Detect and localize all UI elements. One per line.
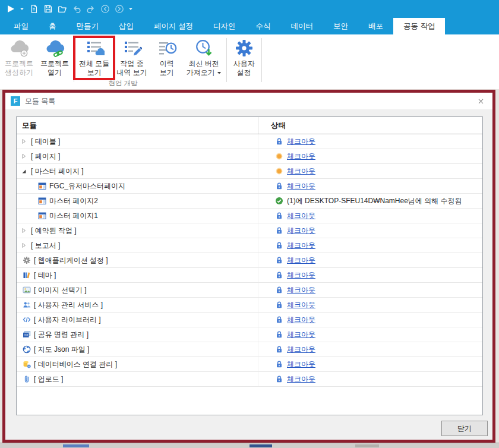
modified-dot-icon — [275, 152, 283, 160]
dialog-titlebar: F 모듈 목록 — [5, 93, 492, 109]
module-label: FGC_유저마스터페이지 — [49, 181, 125, 191]
undo-icon — [72, 4, 81, 14]
table-row-shared-command-management[interactable]: [ 공유 명령 관리 ]체크아웃 — [17, 327, 482, 342]
checkout-link[interactable]: 체크아웃 — [287, 270, 315, 280]
list-edit-icon — [122, 38, 142, 58]
module-list-dialog: F 모듈 목록 모듈 상태 [ 테이블 ]체크아웃[ 페이지 ]체크아웃[ 마스… — [2, 90, 495, 443]
background-fragment — [355, 444, 379, 447]
checkout-link[interactable]: 체크아웃 — [287, 300, 315, 310]
undo-button[interactable] — [70, 2, 83, 15]
view-history-button[interactable]: 이력보기 — [151, 36, 183, 77]
module-label: 마스터 페이지1 — [49, 211, 98, 221]
dialog-close-button[interactable] — [474, 94, 487, 108]
run-button[interactable] — [4, 2, 17, 15]
code-icon — [23, 316, 31, 324]
tree-expand-toggle[interactable] — [20, 152, 28, 160]
lock-icon — [275, 330, 283, 339]
button-label-text: 설정 — [237, 68, 251, 77]
column-header-module[interactable]: 모듈 — [17, 117, 258, 134]
users-icon — [23, 301, 31, 309]
tab-page-setup[interactable]: 페이지 설정 — [144, 18, 203, 34]
table-row-user-management-service[interactable]: [ 사용자 관리 서비스 ]체크아웃 — [17, 298, 482, 313]
table-row-user-library[interactable]: [ 사용자 라이브러리 ]체크아웃 — [17, 313, 482, 327]
button-label: 가져오기 — [187, 68, 222, 77]
tree-expand-toggle[interactable] — [20, 241, 28, 250]
tab-file[interactable]: 파일 — [4, 18, 39, 34]
navigate-back-button[interactable] — [99, 2, 111, 15]
books-icon — [23, 271, 31, 279]
checkout-link[interactable]: 체크아웃 — [287, 359, 315, 370]
paperclip-icon — [23, 375, 31, 383]
table-row-database-connection-management[interactable]: [ 데이터베이스 연결 관리 ]체크아웃 — [17, 357, 482, 372]
lock-icon — [275, 137, 283, 146]
tab-create[interactable]: 만들기 — [67, 18, 109, 34]
lock-icon — [275, 271, 283, 279]
checkout-link[interactable]: 체크아웃 — [287, 315, 315, 325]
checkout-link[interactable]: 체크아웃 — [287, 241, 315, 251]
module-table-body: [ 테이블 ]체크아웃[ 페이지 ]체크아웃[ 마스터 페이지 ]체크아웃FGC… — [17, 134, 482, 387]
table-header: 모듈 상태 — [17, 117, 482, 134]
checkout-link[interactable]: 체크아웃 — [287, 374, 315, 384]
table-row-image-picker[interactable]: [ 이미지 선택기 ]체크아웃 — [17, 283, 482, 298]
checkout-link[interactable]: 체크아웃 — [287, 166, 315, 176]
checkout-link[interactable]: 체크아웃 — [287, 345, 315, 355]
tree-expand-toggle[interactable] — [20, 137, 28, 146]
button-label: 프로젝트 — [40, 59, 69, 68]
checkout-link[interactable]: 체크아웃 — [287, 211, 315, 221]
ribbon-tab-strip: 파일홈만들기삽입페이지 설정디자인수식데이터보안배포공동 작업 — [0, 18, 499, 34]
table-row-theme[interactable]: [ 테마 ]체크아웃 — [17, 268, 482, 283]
table-row-map-json-file[interactable]: [ 지도 Json 파일 ]체크아웃 — [17, 342, 482, 357]
column-header-status[interactable]: 상태 — [258, 117, 482, 134]
user-settings-button[interactable]: 사용자설정 — [228, 36, 260, 77]
redo-button[interactable] — [84, 2, 97, 15]
table-row-web-application-settings[interactable]: [ 웹애플리케이션 설정 ]체크아웃 — [17, 253, 482, 268]
tab-data[interactable]: 데이터 — [280, 18, 323, 34]
toolbar-options-dropdown-button[interactable] — [127, 2, 134, 15]
close-dialog-button[interactable]: 닫기 — [441, 421, 488, 436]
tab-deploy[interactable]: 배포 — [358, 18, 393, 34]
button-label-text: 열기 — [48, 68, 62, 77]
table-row-master-page-2[interactable]: 마스터 페이지2(1)에 DESKTOP-SFEU14D₩NamHee님에 의해… — [17, 194, 482, 209]
table-row-master-pages[interactable]: [ 마스터 페이지 ]체크아웃 — [17, 164, 482, 179]
checkout-link[interactable]: 체크아웃 — [287, 152, 315, 162]
tree-expand-toggle[interactable] — [20, 226, 28, 235]
create-project-button[interactable]: 프로젝트생성하기 — [1, 36, 37, 77]
table-row-reports[interactable]: [ 보고서 ]체크아웃 — [17, 238, 482, 253]
tab-insert[interactable]: 삽입 — [109, 18, 144, 34]
checkout-link[interactable]: 체크아웃 — [287, 330, 315, 340]
open-button[interactable] — [56, 2, 68, 15]
table-row-pages[interactable]: [ 페이지 ]체크아웃 — [17, 149, 482, 164]
get-latest-version-button[interactable]: 최신 버전가져오기 — [183, 36, 225, 77]
tab-home[interactable]: 홈 — [39, 18, 67, 34]
background-fragment — [250, 444, 272, 447]
table-row-fgc-user-master-page[interactable]: FGC_유저마스터페이지체크아웃 — [17, 179, 482, 194]
checkout-link[interactable]: 체크아웃 — [287, 181, 315, 191]
button-label: 이력 — [160, 59, 174, 68]
table-row-master-page-1[interactable]: 마스터 페이지1체크아웃 — [17, 209, 482, 223]
table-row-upload[interactable]: [ 업로드 ]체크아웃 — [17, 372, 482, 387]
tab-collaboration[interactable]: 공동 작업 — [393, 18, 445, 34]
new-document-icon — [29, 4, 39, 14]
checkout-link[interactable]: 체크아웃 — [287, 255, 315, 266]
tab-design[interactable]: 디자인 — [203, 18, 246, 34]
new-document-button[interactable] — [27, 2, 40, 15]
module-label: [ 페이지 ] — [31, 152, 60, 162]
checkout-link[interactable]: 체크아웃 — [287, 285, 315, 295]
open-project-button[interactable]: 프로젝트열기 — [37, 36, 72, 77]
save-button[interactable] — [42, 2, 54, 15]
view-working-changes-button[interactable]: 작업 중내역 보기 — [113, 36, 150, 77]
navigate-forward-button[interactable] — [113, 2, 125, 15]
table-row-scheduled-jobs[interactable]: [ 예약된 작업 ]체크아웃 — [17, 223, 482, 238]
lock-icon — [275, 256, 283, 264]
view-all-modules-button[interactable]: 전체 모듈보기 — [75, 36, 113, 77]
navigate-forward-icon — [115, 4, 124, 14]
checkout-link[interactable]: 체크아웃 — [287, 226, 315, 236]
tab-security[interactable]: 보안 — [323, 18, 358, 34]
run-options-dropdown-button[interactable] — [18, 2, 26, 15]
module-label: [ 데이터베이스 연결 관리 ] — [34, 359, 117, 370]
tree-collapse-toggle[interactable] — [20, 167, 28, 175]
image-icon — [23, 286, 31, 294]
table-row-tables[interactable]: [ 테이블 ]체크아웃 — [17, 134, 482, 149]
tab-formula[interactable]: 수식 — [245, 18, 280, 34]
checkout-link[interactable]: 체크아웃 — [287, 137, 315, 147]
